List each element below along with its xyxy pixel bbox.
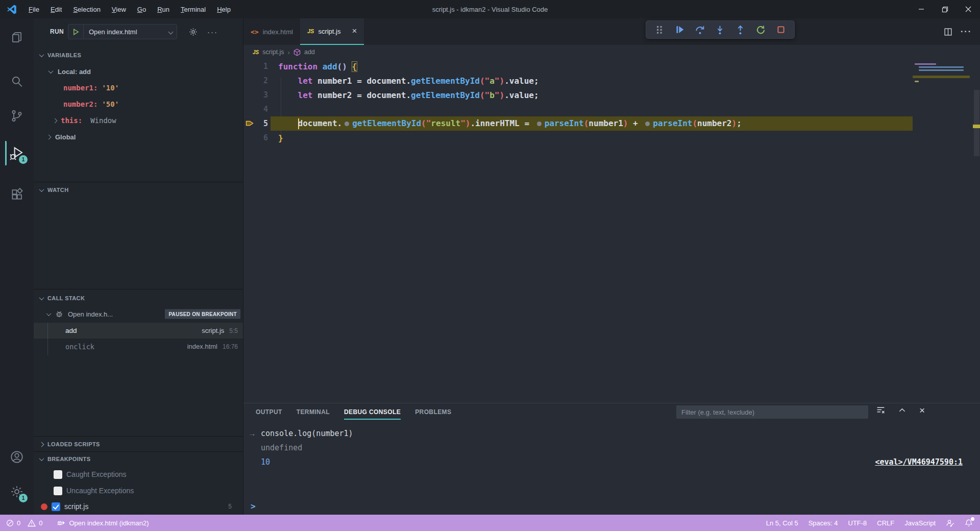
tab-script-js[interactable]: JS script.js × bbox=[300, 18, 364, 45]
search-icon[interactable] bbox=[5, 69, 29, 93]
error-count: 0 bbox=[17, 519, 20, 527]
variable-this[interactable]: this: Window bbox=[34, 113, 243, 128]
tab-debug-console[interactable]: DEBUG CONSOLE bbox=[344, 404, 401, 420]
clear-console-icon[interactable] bbox=[876, 406, 885, 415]
notification-dot bbox=[971, 517, 974, 521]
errors-indicator[interactable]: 0 bbox=[6, 519, 20, 527]
accounts-icon[interactable] bbox=[5, 445, 29, 469]
minimap[interactable] bbox=[913, 59, 972, 141]
console-result-row[interactable]: undefined bbox=[243, 441, 980, 454]
continue-icon[interactable] bbox=[672, 22, 688, 37]
console-filter-box[interactable] bbox=[676, 405, 868, 419]
breakpoint-label: Caught Exceptions bbox=[66, 470, 127, 478]
launch-config-dropdown[interactable]: Open index.html bbox=[68, 24, 177, 39]
console-arrow-icon: → bbox=[243, 429, 261, 438]
watch-section-header[interactable]: WATCH bbox=[34, 184, 243, 196]
notifications-bell-icon[interactable] bbox=[965, 519, 973, 527]
breadcrumb-file[interactable]: script.js bbox=[262, 49, 284, 56]
restart-icon[interactable] bbox=[753, 22, 768, 37]
explorer-icon[interactable] bbox=[5, 26, 29, 49]
minimize-button[interactable] bbox=[910, 0, 933, 18]
breakpoints-section-header[interactable]: BREAKPOINTS bbox=[34, 453, 243, 465]
maximize-panel-icon[interactable] bbox=[898, 406, 906, 414]
configure-gear-icon[interactable] bbox=[188, 27, 198, 37]
console-input-row[interactable]: > bbox=[243, 500, 980, 513]
close-tab-icon[interactable]: × bbox=[352, 26, 357, 36]
menu-file[interactable]: File bbox=[24, 4, 44, 15]
tab-output[interactable]: OUTPUT bbox=[256, 404, 282, 420]
split-editor-icon[interactable] bbox=[944, 28, 952, 36]
checkbox-unchecked[interactable] bbox=[54, 487, 62, 495]
scope-local-add[interactable]: Local: add bbox=[34, 64, 243, 79]
chevron-down-icon bbox=[168, 29, 173, 34]
menu-bar: File Edit Selection View Go Run Terminal… bbox=[24, 4, 235, 15]
breakpoint-scriptjs[interactable]: script.js 5 bbox=[34, 499, 243, 514]
extensions-icon[interactable] bbox=[5, 183, 29, 206]
console-filter-input[interactable] bbox=[676, 405, 868, 419]
menu-go[interactable]: Go bbox=[133, 4, 151, 15]
checkbox-unchecked[interactable] bbox=[54, 470, 62, 479]
breadcrumb-separator: › bbox=[288, 49, 290, 56]
toolbar-drag-grip[interactable] bbox=[652, 22, 667, 37]
session-label: Open index.h... bbox=[68, 310, 113, 318]
cursor-position[interactable]: Ln 5, Col 5 bbox=[766, 519, 798, 527]
loaded-scripts-section-header[interactable]: LOADED SCRIPTS bbox=[34, 438, 243, 450]
breakpoint-caught-exceptions[interactable]: Caught Exceptions bbox=[34, 467, 243, 482]
restore-button[interactable] bbox=[933, 0, 957, 18]
start-debug-icon[interactable] bbox=[68, 25, 84, 39]
stack-frame-onclick[interactable]: onclick index.html 16:76 bbox=[34, 339, 243, 354]
breakpoint-dot-icon bbox=[41, 503, 47, 510]
variable-number2[interactable]: number2: '50' bbox=[34, 97, 243, 111]
step-over-icon[interactable] bbox=[692, 22, 707, 37]
code-editor[interactable]: 1 function add() { 2 let number1 = docum… bbox=[243, 59, 980, 403]
checkbox-checked[interactable] bbox=[52, 502, 60, 511]
tab-terminal[interactable]: TERMINAL bbox=[297, 404, 330, 420]
menu-selection[interactable]: Selection bbox=[68, 4, 105, 15]
warnings-indicator[interactable]: 0 bbox=[28, 519, 42, 527]
call-stack-section-header[interactable]: CALL STACK bbox=[34, 292, 243, 304]
stop-icon[interactable] bbox=[773, 22, 789, 37]
step-out-icon[interactable] bbox=[733, 22, 748, 37]
indentation-setting[interactable]: Spaces: 4 bbox=[808, 519, 838, 527]
variable-number1[interactable]: number1: '10' bbox=[34, 81, 243, 95]
breakpoint-uncaught-exceptions[interactable]: Uncaught Exceptions bbox=[34, 483, 243, 498]
sidebar-more-actions[interactable]: ··· bbox=[207, 28, 218, 36]
editor-more-actions[interactable]: ··· bbox=[961, 27, 972, 36]
menu-help[interactable]: Help bbox=[212, 4, 235, 15]
debug-session-row[interactable]: Open index.h... PAUSED ON BREAKPOINT bbox=[34, 306, 243, 322]
js-file-icon: JS bbox=[253, 50, 259, 55]
editor-scrollbar[interactable] bbox=[973, 59, 980, 403]
line-number: 5 bbox=[243, 119, 268, 128]
debug-session-status[interactable]: Open index.html (idkman2) bbox=[57, 519, 149, 527]
close-panel-icon[interactable]: × bbox=[919, 406, 925, 414]
eol-setting[interactable]: CRLF bbox=[877, 519, 894, 527]
eval-source-link[interactable]: <eval>/VM46947590:1 bbox=[875, 457, 963, 467]
encoding-setting[interactable]: UTF-8 bbox=[848, 519, 867, 527]
run-and-debug-icon[interactable]: 1 bbox=[5, 141, 29, 165]
feedback-icon[interactable] bbox=[946, 519, 954, 527]
console-input-echo[interactable]: → console.log(number1) bbox=[243, 426, 980, 440]
menu-terminal[interactable]: Terminal bbox=[176, 4, 210, 15]
stack-frame-add[interactable]: add script.js 5:5 bbox=[34, 323, 243, 339]
source-control-icon[interactable] bbox=[5, 104, 29, 128]
scrollbar-slider[interactable] bbox=[974, 90, 979, 156]
line-number: 4 bbox=[243, 105, 268, 114]
vscode-logo-icon bbox=[7, 4, 17, 14]
close-window-button[interactable] bbox=[957, 0, 980, 18]
breadcrumb-symbol[interactable]: add bbox=[304, 49, 315, 56]
scope-global[interactable]: Global bbox=[34, 130, 243, 144]
console-log-row[interactable]: 10 <eval>/VM46947590:1 bbox=[243, 455, 980, 469]
variables-section-header[interactable]: VARIABLES bbox=[34, 49, 243, 61]
tab-index-html[interactable]: <> index.html bbox=[243, 18, 300, 45]
menu-view[interactable]: View bbox=[107, 4, 131, 15]
frame-name: add bbox=[65, 327, 77, 334]
menu-edit[interactable]: Edit bbox=[46, 4, 66, 15]
js-file-icon: JS bbox=[307, 28, 314, 34]
step-into-icon[interactable] bbox=[713, 22, 728, 37]
settings-gear-icon[interactable]: 1 bbox=[5, 480, 29, 503]
debug-sidebar: RUN Open index.html ··· VARIABLES Local:… bbox=[34, 18, 243, 515]
language-mode[interactable]: JavaScript bbox=[904, 519, 936, 527]
tab-problems[interactable]: PROBLEMS bbox=[415, 404, 451, 420]
paused-on-breakpoint-badge: PAUSED ON BREAKPOINT bbox=[165, 309, 240, 319]
menu-run[interactable]: Run bbox=[153, 4, 174, 15]
